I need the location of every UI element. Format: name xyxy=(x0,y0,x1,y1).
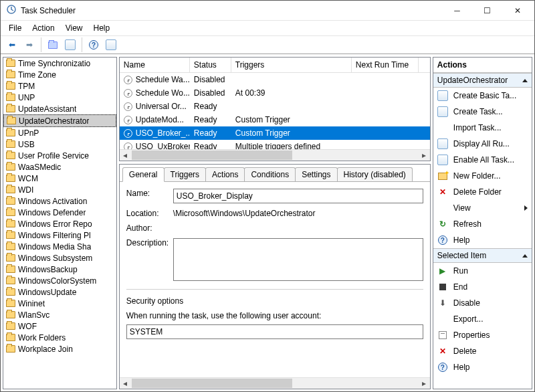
tree-item[interactable]: Workplace Join xyxy=(3,343,116,355)
tree-item[interactable]: Wininet xyxy=(3,298,116,309)
tree-item[interactable]: USB xyxy=(3,138,116,150)
tab-conditions[interactable]: Conditions xyxy=(244,167,296,181)
collapse-icon xyxy=(522,254,528,258)
tree-item[interactable]: WOF xyxy=(3,320,116,332)
action-item[interactable]: Display All Ru... xyxy=(433,136,532,152)
tree-item[interactable]: WCM xyxy=(3,173,116,184)
action-item[interactable]: ✕Delete Folder xyxy=(433,184,532,200)
menu-help[interactable]: Help xyxy=(88,22,116,34)
action-item[interactable]: Enable All Task... xyxy=(433,152,532,168)
tree-item[interactable]: WDI xyxy=(3,184,116,195)
name-field[interactable]: USO_Broker_Display xyxy=(173,189,423,203)
tree-item[interactable]: Windows Filtering Pl xyxy=(3,229,116,241)
actions-section-item[interactable]: Selected Item xyxy=(433,248,532,263)
folder-icon xyxy=(6,186,15,193)
scroll-right-icon[interactable]: ▸ xyxy=(419,378,430,389)
tree-item[interactable]: UPnP xyxy=(3,127,116,138)
folder-icon xyxy=(6,209,15,216)
menu-file[interactable]: File xyxy=(3,22,27,34)
toolbar-separator xyxy=(82,37,82,52)
action-item[interactable]: ▶Run xyxy=(433,263,532,279)
tree-item[interactable]: Windows Activation xyxy=(3,195,116,207)
tree-item[interactable]: Work Folders xyxy=(3,332,116,343)
props-button[interactable] xyxy=(62,37,78,52)
tab-actions[interactable]: Actions xyxy=(205,167,245,181)
task-list-body[interactable]: Schedule Wa...DisabledSchedule Wo...Disa… xyxy=(120,73,430,149)
actions-section-folder[interactable]: UpdateOrchestrator xyxy=(433,73,532,88)
forward-button[interactable]: ➡ xyxy=(21,37,37,52)
action-item[interactable]: Import Task... xyxy=(433,120,532,136)
task-row[interactable]: USO_UxBrokerReadyMultiple triggers defin… xyxy=(120,140,430,149)
task-row[interactable]: USO_Broker_...ReadyCustom Trigger xyxy=(120,126,430,140)
minimize-button[interactable]: ─ xyxy=(442,1,472,20)
tree-item[interactable]: Time Synchronizatio xyxy=(3,58,116,69)
folder-icon xyxy=(6,231,15,239)
action-item[interactable]: View xyxy=(433,200,532,216)
col-triggers[interactable]: Triggers xyxy=(231,58,352,72)
tree-item[interactable]: Time Zone xyxy=(3,69,116,80)
none-icon xyxy=(437,203,448,213)
detail-scrollbar[interactable]: ◂ ▸ xyxy=(120,377,430,389)
task-list-scrollbar[interactable]: ◂ ▸ xyxy=(120,149,430,161)
tree-item[interactable]: UpdateAssistant xyxy=(3,103,116,114)
action-item[interactable]: Export... xyxy=(433,311,532,327)
col-name[interactable]: Name xyxy=(120,58,190,72)
tree-item[interactable]: User Profile Service xyxy=(3,150,116,161)
action-item[interactable]: New Folder... xyxy=(433,168,532,184)
close-button[interactable]: ✕ xyxy=(502,1,533,20)
description-field[interactable] xyxy=(173,238,423,281)
help-toolbar-button[interactable]: ? xyxy=(86,37,102,52)
tree-item[interactable]: Windows Defender xyxy=(3,207,116,218)
action-item[interactable]: ⬇Disable xyxy=(433,295,532,311)
task-name: USO_UxBroker xyxy=(136,142,190,149)
up-button[interactable] xyxy=(45,37,61,52)
action-item[interactable]: ↻Refresh xyxy=(433,216,532,232)
action-item[interactable]: ?Help xyxy=(433,232,532,248)
tree-item[interactable]: WindowsBackup xyxy=(3,264,116,275)
action-item[interactable]: Create Task... xyxy=(433,104,532,120)
none-icon xyxy=(437,122,448,133)
tree-item[interactable]: WindowsColorSystem xyxy=(3,275,116,286)
tree-item[interactable]: Windows Media Sha xyxy=(3,241,116,252)
action-item[interactable]: ✕Delete xyxy=(433,343,532,359)
scroll-right-icon[interactable]: ▸ xyxy=(419,150,430,161)
action-item[interactable]: Create Basic Ta... xyxy=(433,88,532,104)
action-item[interactable]: Properties xyxy=(433,327,532,343)
tree-item[interactable]: WaaSMedic xyxy=(3,161,116,173)
menu-view[interactable]: View xyxy=(60,22,88,34)
tab-settings[interactable]: Settings xyxy=(295,167,337,181)
scroll-left-icon[interactable]: ◂ xyxy=(120,378,131,389)
task-row[interactable]: Schedule Wo...DisabledAt 00:39 xyxy=(120,86,430,100)
tree-item[interactable]: Windows Subsystem xyxy=(3,252,116,264)
maximize-button[interactable]: ☐ xyxy=(472,1,502,20)
task-status: Disabled xyxy=(190,88,231,98)
view-toolbar-button[interactable] xyxy=(103,37,119,52)
task-name: USO_Broker_... xyxy=(136,128,190,138)
nav-tree[interactable]: Time SynchronizatioTime ZoneTPMUNPUpdate… xyxy=(3,57,117,389)
folder-icon xyxy=(6,220,15,227)
tab-triggers[interactable]: Triggers xyxy=(164,167,207,181)
task-icon xyxy=(124,142,132,150)
tree-item[interactable]: UpdateOrchestrator xyxy=(3,114,116,127)
tab-history-disabled-[interactable]: History (disabled) xyxy=(337,167,413,181)
tree-item-label: WindowsUpdate xyxy=(18,288,76,297)
tree-item[interactable]: WindowsUpdate xyxy=(3,286,116,298)
action-item[interactable]: End xyxy=(433,279,532,295)
task-row[interactable]: UpdateMod...ReadyCustom Trigger xyxy=(120,113,430,126)
folder-icon xyxy=(6,254,15,262)
tab-general[interactable]: General xyxy=(122,167,165,182)
tree-item[interactable]: UNP xyxy=(3,92,116,103)
tree-item[interactable]: WlanSvc xyxy=(3,309,116,320)
tree-item[interactable]: Windows Error Repo xyxy=(3,218,116,229)
menu-action[interactable]: Action xyxy=(27,22,60,34)
tree-item[interactable]: TPM xyxy=(3,80,116,92)
tree-item-label: USB xyxy=(18,140,35,149)
scroll-left-icon[interactable]: ◂ xyxy=(120,150,131,161)
display-icon xyxy=(437,138,448,149)
col-next[interactable]: Next Run Time xyxy=(352,58,419,72)
action-item[interactable]: ?Help xyxy=(433,359,532,375)
task-row[interactable]: Schedule Wa...Disabled xyxy=(120,73,430,86)
col-status[interactable]: Status xyxy=(190,58,231,72)
back-button[interactable]: ⬅ xyxy=(4,37,20,52)
task-row[interactable]: Universal Or...Ready xyxy=(120,100,430,113)
